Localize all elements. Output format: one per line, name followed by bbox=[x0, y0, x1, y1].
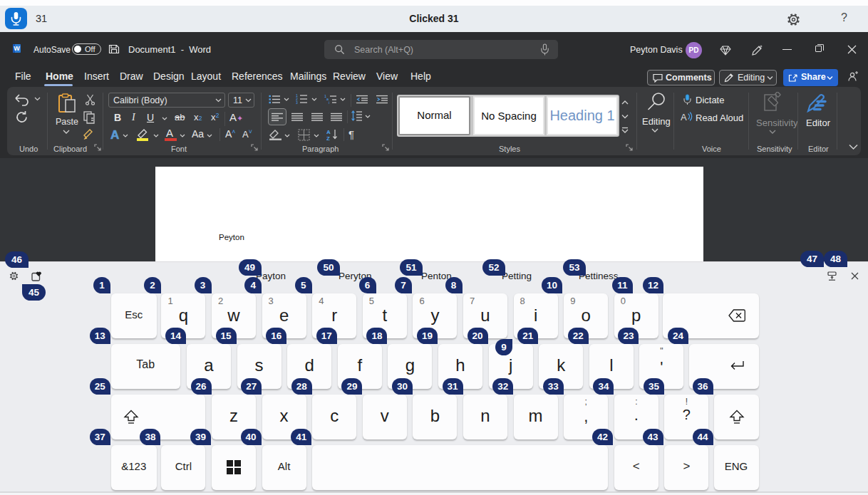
svg-text:A: A bbox=[681, 112, 687, 122]
svg-text:A: A bbox=[326, 129, 331, 135]
svg-text:Z: Z bbox=[326, 135, 330, 140]
svg-text:i: i bbox=[329, 100, 329, 104]
svg-text:3: 3 bbox=[296, 100, 298, 104]
